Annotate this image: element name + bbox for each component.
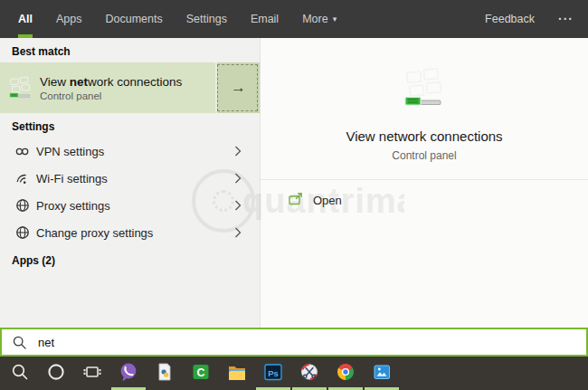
search-bar <box>0 328 588 357</box>
expand-preview-button[interactable]: → <box>215 62 260 113</box>
tab-email[interactable]: Email <box>251 0 279 38</box>
task-view-icon <box>81 361 103 386</box>
best-match-title: View network connections <box>40 75 182 89</box>
tab-email-label: Email <box>251 13 279 25</box>
file-explorer-icon <box>226 361 248 386</box>
chevron-right-icon <box>234 173 242 184</box>
open-action-label: Open <box>313 194 342 207</box>
photos-icon <box>371 361 393 386</box>
result-label: VPN settings <box>36 145 234 158</box>
chevron-right-icon <box>234 227 242 238</box>
result-proxy-settings[interactable]: Proxy settings <box>0 192 260 219</box>
chrome-icon <box>335 361 356 386</box>
taskbar-viber-button[interactable] <box>110 357 147 390</box>
preview-panel: View network connections Control panel O… <box>260 38 588 328</box>
result-label: Wi-Fi settings <box>36 172 234 185</box>
taskbar-file-explorer-button[interactable] <box>219 357 255 390</box>
tab-more-label: More <box>302 13 327 25</box>
globe-icon <box>9 198 36 213</box>
taskbar-chrome-button[interactable] <box>327 357 364 390</box>
result-label: Proxy settings <box>36 199 234 213</box>
tab-settings[interactable]: Settings <box>186 0 227 38</box>
results-panel: Best match View network connections Cont… <box>0 38 260 328</box>
result-wifi-settings[interactable]: Wi-Fi settings <box>0 165 260 192</box>
apps-section-label: Apps (2) <box>12 254 260 267</box>
search-icon <box>12 335 27 350</box>
filter-tabs: All Apps Documents Settings Email More ▾ <box>18 0 337 38</box>
taskbar-photos-button[interactable] <box>364 357 400 390</box>
search-input[interactable] <box>38 336 586 349</box>
taskbar-camtasia-button[interactable] <box>183 357 219 390</box>
network-connections-icon <box>403 67 446 114</box>
vpn-icon <box>9 145 36 158</box>
taskbar-cortana-button[interactable] <box>38 357 74 390</box>
preview-subtitle: Control panel <box>392 149 456 162</box>
cortana-icon <box>45 361 67 386</box>
tab-all[interactable]: All <box>18 0 33 38</box>
arrow-right-icon: → <box>231 79 246 97</box>
search-flyout-header: All Apps Documents Settings Email More ▾… <box>0 0 588 38</box>
tab-documents[interactable]: Documents <box>105 0 162 38</box>
taskbar-photoshop-button[interactable] <box>255 357 291 390</box>
tab-apps[interactable]: Apps <box>56 0 82 38</box>
best-match-subtitle: Control panel <box>40 90 182 101</box>
open-action[interactable]: Open <box>261 180 588 209</box>
chevron-down-icon: ▾ <box>333 14 337 24</box>
best-match-main[interactable]: View network connections Control panel <box>0 62 215 113</box>
taskbar-search-button[interactable] <box>2 357 38 390</box>
taskbar-task-view-button[interactable] <box>74 357 110 390</box>
taskbar-python-file-button[interactable] <box>147 357 183 390</box>
wifi-icon <box>9 171 36 186</box>
result-change-proxy-settings[interactable]: Change proxy settings <box>0 219 260 246</box>
taskbar <box>0 357 588 390</box>
result-label: Change proxy settings <box>36 226 234 240</box>
result-vpn-settings[interactable]: VPN settings <box>0 138 260 165</box>
viber-icon <box>118 361 139 386</box>
best-match-result[interactable]: View network connections Control panel → <box>0 62 260 113</box>
preview-title: View network connections <box>346 128 502 144</box>
feedback-button[interactable]: Feedback <box>485 13 535 25</box>
photoshop-icon <box>262 361 284 386</box>
tab-settings-label: Settings <box>186 13 227 25</box>
tab-documents-label: Documents <box>105 13 162 25</box>
tab-apps-label: Apps <box>56 13 82 25</box>
chevron-right-icon <box>234 146 242 157</box>
overflow-menu-button[interactable]: ··· <box>558 12 574 26</box>
open-window-icon <box>289 192 303 209</box>
chevron-right-icon <box>234 200 242 211</box>
snipping-tool-icon <box>299 361 320 386</box>
network-connections-icon <box>0 76 40 100</box>
taskbar-snipping-tool-button[interactable] <box>291 357 327 390</box>
search-icon <box>9 361 31 386</box>
globe-icon <box>9 225 36 240</box>
tab-all-label: All <box>18 13 33 25</box>
settings-section-label: Settings <box>12 120 260 133</box>
camtasia-icon <box>190 361 212 386</box>
python-file-icon <box>154 361 175 386</box>
best-match-section-label: Best match <box>12 45 260 58</box>
tab-more[interactable]: More ▾ <box>302 0 337 38</box>
